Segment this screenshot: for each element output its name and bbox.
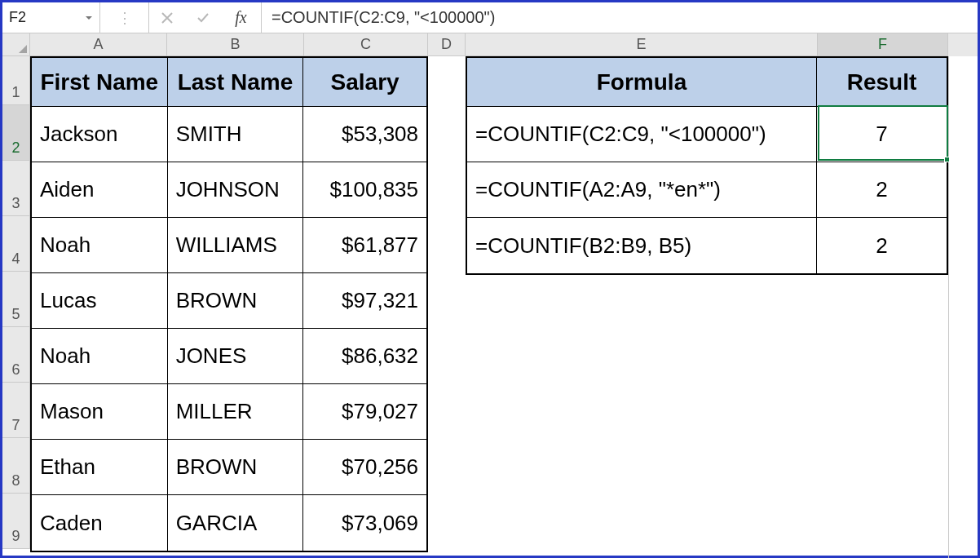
header-result[interactable]: Result xyxy=(817,58,947,107)
cell-b2[interactable]: SMITH xyxy=(168,107,304,162)
row-headers: 1 2 3 4 5 6 7 8 9 xyxy=(2,56,30,549)
gridline xyxy=(948,56,949,558)
cell-b6[interactable]: JONES xyxy=(168,329,304,384)
cell-a7[interactable]: Mason xyxy=(32,384,168,440)
insert-function-button[interactable]: fx xyxy=(221,2,262,33)
cell-a4[interactable]: Noah xyxy=(32,218,168,273)
formula-input-value: =COUNTIF(C2:C9, "<100000") xyxy=(271,8,495,27)
header-last-name[interactable]: Last Name xyxy=(168,58,304,107)
cell-c5[interactable]: $97,321 xyxy=(303,273,426,329)
cell-f4[interactable]: 2 xyxy=(817,218,947,273)
cell-c6[interactable]: $86,632 xyxy=(303,329,426,384)
excel-window: F2 ⋮ fx =COUNTIF(C2:C9, "<100000") 1 2 xyxy=(0,0,980,558)
cell-b9[interactable]: GARCIA xyxy=(168,495,304,551)
confirm-formula-button[interactable] xyxy=(185,2,221,33)
grid-area: A B C D E F First Name Last Name Salary xyxy=(30,33,978,556)
select-all-corner[interactable] xyxy=(2,33,30,56)
cell-c7[interactable]: $79,027 xyxy=(303,384,426,440)
name-box[interactable]: F2 xyxy=(2,2,100,33)
worksheet: 1 2 3 4 5 6 7 8 9 A B C D E F xyxy=(2,33,978,556)
cell-b7[interactable]: MILLER xyxy=(168,384,304,440)
cell-b5[interactable]: BROWN xyxy=(168,273,304,329)
row-header-1[interactable]: 1 xyxy=(2,56,30,105)
row-header-2[interactable]: 2 xyxy=(2,105,30,161)
col-header-f[interactable]: F xyxy=(818,33,948,56)
cancel-formula-button[interactable] xyxy=(149,2,185,33)
cell-a8[interactable]: Ethan xyxy=(32,440,168,495)
row-header-7[interactable]: 7 xyxy=(2,383,30,438)
col-header-c[interactable]: C xyxy=(304,33,428,56)
ellipsis-icon: ⋮ xyxy=(117,9,132,27)
data-table: First Name Last Name Salary JacksonSMITH… xyxy=(30,56,428,552)
check-icon xyxy=(196,11,210,25)
cell-e4[interactable]: =COUNTIF(B2:B9, B5) xyxy=(467,218,817,273)
x-icon xyxy=(160,11,174,25)
name-box-value: F2 xyxy=(9,9,26,26)
cell-a6[interactable]: Noah xyxy=(32,329,168,384)
cell-a5[interactable]: Lucas xyxy=(32,273,168,329)
header-salary[interactable]: Salary xyxy=(303,58,426,107)
cell-f2[interactable]: 7 xyxy=(817,107,947,162)
header-first-name[interactable]: First Name xyxy=(32,58,168,107)
header-formula[interactable]: Formula xyxy=(467,58,817,107)
col-header-b[interactable]: B xyxy=(167,33,304,56)
cell-a3[interactable]: Aiden xyxy=(32,162,168,218)
cell-c9[interactable]: $73,069 xyxy=(303,495,426,551)
cell-b3[interactable]: JOHNSON xyxy=(168,162,304,218)
fx-icon: fx xyxy=(235,8,246,27)
col-header-e[interactable]: E xyxy=(466,33,818,56)
cell-a9[interactable]: Caden xyxy=(32,495,168,551)
cell-b8[interactable]: BROWN xyxy=(168,440,304,495)
column-headers: A B C D E F xyxy=(30,33,978,56)
formula-table: Formula Result =COUNTIF(C2:C9, "<100000"… xyxy=(466,56,948,275)
cell-c4[interactable]: $61,877 xyxy=(303,218,426,273)
row-header-8[interactable]: 8 xyxy=(2,438,30,494)
cell-b4[interactable]: WILLIAMS xyxy=(168,218,304,273)
cell-c3[interactable]: $100,835 xyxy=(303,162,426,218)
cell-e2[interactable]: =COUNTIF(C2:C9, "<100000") xyxy=(467,107,817,162)
formula-input[interactable]: =COUNTIF(C2:C9, "<100000") xyxy=(262,2,978,33)
cell-c8[interactable]: $70,256 xyxy=(303,440,426,495)
col-header-d[interactable]: D xyxy=(428,33,466,56)
cell-e3[interactable]: =COUNTIF(A2:A9, "*en*") xyxy=(467,162,817,218)
row-header-5[interactable]: 5 xyxy=(2,272,30,327)
row-header-6[interactable]: 6 xyxy=(2,327,30,383)
formula-bar: F2 ⋮ fx =COUNTIF(C2:C9, "<100000") xyxy=(2,2,978,33)
cells[interactable]: First Name Last Name Salary JacksonSMITH… xyxy=(30,56,978,558)
row-header-9[interactable]: 9 xyxy=(2,494,30,549)
cell-a2[interactable]: Jackson xyxy=(32,107,168,162)
formula-bar-spacer: ⋮ xyxy=(100,2,149,33)
col-header-a[interactable]: A xyxy=(30,33,167,56)
row-header-3[interactable]: 3 xyxy=(2,161,30,216)
cell-c2[interactable]: $53,308 xyxy=(303,107,426,162)
cell-f3[interactable]: 2 xyxy=(817,162,947,218)
row-header-4[interactable]: 4 xyxy=(2,216,30,272)
name-box-dropdown-icon[interactable] xyxy=(85,14,93,22)
